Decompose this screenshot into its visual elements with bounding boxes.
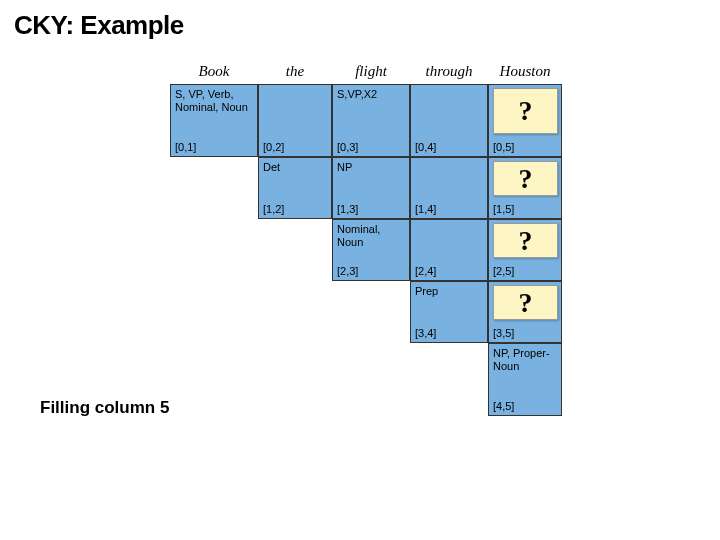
cell-content: Prep xyxy=(415,285,484,298)
cell-index: [1,5] xyxy=(493,203,514,215)
cell-index: [2,4] xyxy=(415,265,436,277)
cell-1-5: ? [1,5] xyxy=(488,157,562,219)
cell-index: [4,5] xyxy=(493,400,514,412)
word-2: flight xyxy=(332,58,410,84)
grid-row-4: NP, Proper-Noun [4,5] xyxy=(170,343,562,416)
cell-0-1: S, VP, Verb, Nominal, Noun [0,1] xyxy=(170,84,258,157)
cell-0-4: [0,4] xyxy=(410,84,488,157)
cell-1-4: [1,4] xyxy=(410,157,488,219)
cell-content: S, VP, Verb, Nominal, Noun xyxy=(175,88,254,113)
cell-content: NP xyxy=(337,161,406,174)
cell-2-4: [2,4] xyxy=(410,219,488,281)
question-box: ? xyxy=(493,88,558,134)
grid-spacer xyxy=(258,281,332,343)
grid-row-3: Prep [3,4] ? [3,5] xyxy=(170,281,562,343)
cell-content: Det xyxy=(263,161,328,174)
grid-spacer xyxy=(332,343,410,416)
cell-index: [2,5] xyxy=(493,265,514,277)
grid-row-1: Det [1,2] NP [1,3] [1,4] ? [1,5] xyxy=(170,157,562,219)
cell-index: [3,4] xyxy=(415,327,436,339)
grid-spacer xyxy=(410,343,488,416)
cell-1-3: NP [1,3] xyxy=(332,157,410,219)
cell-index: [3,5] xyxy=(493,327,514,339)
cell-3-4: Prep [3,4] xyxy=(410,281,488,343)
cell-index: [1,2] xyxy=(263,203,284,215)
cell-content: S,VP,X2 xyxy=(337,88,406,101)
grid-spacer xyxy=(332,281,410,343)
cell-index: [0,2] xyxy=(263,141,284,153)
word-header-row: Book the flight through Houston xyxy=(170,58,562,84)
question-mark-icon: ? xyxy=(519,227,533,255)
page-title: CKY: Example xyxy=(14,10,184,41)
cell-2-3: Nominal, Noun [2,3] xyxy=(332,219,410,281)
grid-spacer xyxy=(258,219,332,281)
cky-chart: Book the flight through Houston S, VP, V… xyxy=(170,58,562,416)
grid-spacer xyxy=(170,219,258,281)
question-box: ? xyxy=(493,285,558,320)
word-3: through xyxy=(410,58,488,84)
cell-index: [0,4] xyxy=(415,141,436,153)
grid-row-2: Nominal, Noun [2,3] [2,4] ? [2,5] xyxy=(170,219,562,281)
cell-index: [2,3] xyxy=(337,265,358,277)
question-box: ? xyxy=(493,161,558,196)
question-mark-icon: ? xyxy=(519,165,533,193)
cell-index: [1,4] xyxy=(415,203,436,215)
cell-1-2: Det [1,2] xyxy=(258,157,332,219)
grid-spacer xyxy=(170,281,258,343)
cell-2-5: ? [2,5] xyxy=(488,219,562,281)
grid-spacer xyxy=(170,157,258,219)
cell-0-3: S,VP,X2 [0,3] xyxy=(332,84,410,157)
question-box: ? xyxy=(493,223,558,258)
grid-spacer xyxy=(170,343,258,416)
word-1: the xyxy=(258,58,332,84)
cell-content: Nominal, Noun xyxy=(337,223,406,248)
cell-0-5: ? [0,5] xyxy=(488,84,562,157)
cell-index: [0,5] xyxy=(493,141,514,153)
caption-text: Filling column 5 xyxy=(40,398,169,418)
cell-index: [1,3] xyxy=(337,203,358,215)
word-0: Book xyxy=(170,58,258,84)
question-mark-icon: ? xyxy=(519,97,533,125)
cell-0-2: [0,2] xyxy=(258,84,332,157)
cky-grid: S, VP, Verb, Nominal, Noun [0,1] [0,2] S… xyxy=(170,84,562,416)
cell-content: NP, Proper-Noun xyxy=(493,347,558,372)
cell-index: [0,1] xyxy=(175,141,196,153)
cell-3-5: ? [3,5] xyxy=(488,281,562,343)
cell-4-5: NP, Proper-Noun [4,5] xyxy=(488,343,562,416)
cell-index: [0,3] xyxy=(337,141,358,153)
question-mark-icon: ? xyxy=(519,289,533,317)
grid-row-0: S, VP, Verb, Nominal, Noun [0,1] [0,2] S… xyxy=(170,84,562,157)
grid-spacer xyxy=(258,343,332,416)
word-4: Houston xyxy=(488,58,562,84)
